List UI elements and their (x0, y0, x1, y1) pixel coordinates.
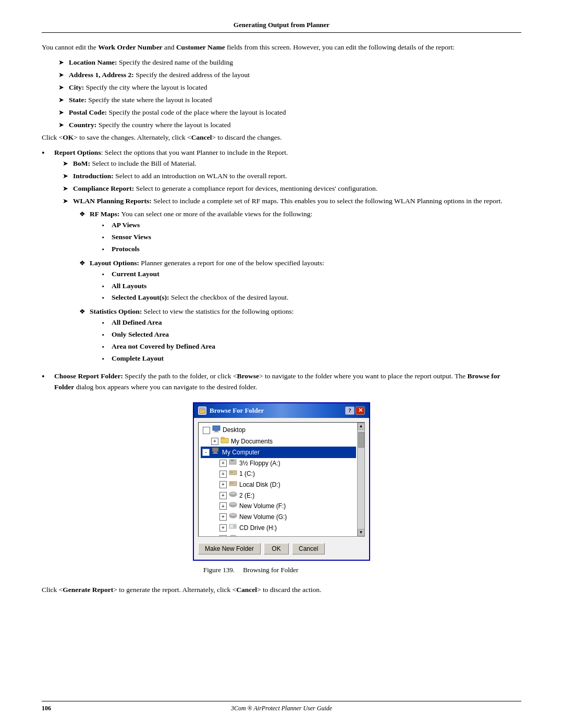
svg-rect-15 (230, 483, 233, 484)
list-item-complete-layout: ▪Complete Layout (102, 353, 293, 364)
expander-icon[interactable]: + (219, 502, 227, 510)
expander-icon[interactable]: + (219, 535, 227, 536)
arrow-icon: ➤ (58, 57, 69, 68)
tree-item-e[interactable]: + 2 (E:) (201, 490, 356, 501)
header-title: Generating Output from Planner (234, 21, 329, 29)
list-item: ➤Country: Specify the country where the … (58, 120, 521, 131)
tree-item-label: New Volume (G:) (239, 512, 287, 522)
list-item: ➤Postal Code: Specify the postal code of… (58, 107, 521, 118)
expander-icon[interactable]: - (202, 449, 210, 456)
square-icon: ▪ (102, 281, 112, 292)
ok-button[interactable]: OK (264, 543, 289, 554)
rf-maps-sublist: ▪AP Views ▪Sensor Views ▪Protocols (90, 220, 312, 255)
svg-rect-11 (231, 460, 234, 461)
square-icon: ▪ (102, 232, 112, 243)
svg-rect-2 (213, 426, 220, 430)
scroll-down-arrow[interactable]: ▼ (358, 529, 365, 536)
expander-icon[interactable]: + (219, 492, 227, 499)
tree-item-g[interactable]: + New Volume (G:) (201, 512, 356, 523)
list-item: ▪Protocols (102, 244, 312, 255)
list-item: ➤Introduction: Select to add an introduc… (63, 171, 503, 182)
list-item: ➤Address 1, Address 2: Specify the desir… (58, 70, 521, 81)
tree-item-h[interactable]: + CD Drive (H:) (201, 522, 356, 534)
titlebar-buttons: ? ✕ (345, 406, 365, 415)
browse-for-folder-dialog: Browse For Folder ? ✕ (193, 402, 370, 561)
tree-item-floppy[interactable]: + 3½ Floppy (A:) (201, 458, 356, 469)
list-item: ➤Location Name: Specify the desired name… (58, 57, 521, 68)
make-new-folder-button[interactable]: Make New Folder (198, 543, 261, 554)
arrow-icon: ➤ (63, 158, 73, 169)
tree-item-label: CD Drive (H:) (239, 523, 277, 533)
arrow-icon: ➤ (58, 107, 69, 118)
tree-item-local-disk-d[interactable]: + Local Disk (D:) (201, 479, 356, 490)
report-options-sublist: ➤BoM: Select to include the Bill of Mate… (54, 158, 503, 207)
arrow-icon: ➤ (63, 183, 73, 194)
svg-point-23 (234, 525, 236, 528)
svg-point-19 (229, 502, 237, 505)
drive-d-icon (229, 480, 237, 490)
titlebar-left: Browse For Folder (198, 405, 264, 416)
svg-rect-6 (221, 437, 224, 439)
tree-item-my-documents[interactable]: + My Documents (201, 436, 356, 447)
square-icon: ▪ (102, 244, 112, 255)
dialog-footer: Make New Folder OK Cancel (198, 541, 365, 556)
list-item-rf-maps: ❖ RF Maps: You can select one or more of… (79, 209, 503, 256)
expander-icon[interactable]: + (219, 471, 227, 478)
folder-scroll[interactable]: Desktop + My Documents - (199, 423, 364, 536)
folder-tree-area: Desktop + My Documents - (198, 422, 365, 537)
dialog-body: Desktop + My Documents - (194, 418, 369, 560)
scrollbar[interactable]: ▲ ▼ (357, 423, 364, 536)
tree-item-c[interactable]: + 1 (C:) (201, 468, 356, 479)
expander-icon[interactable]: + (219, 513, 227, 521)
tree-item-desktop[interactable]: Desktop (201, 425, 356, 436)
drive-c-icon (229, 469, 237, 479)
list-item-area-not-covered: ▪Area not Covered by Defined Area (102, 341, 293, 352)
main-content: You cannot edit the Work Order Number an… (42, 42, 521, 596)
expander-icon[interactable]: + (219, 460, 227, 467)
square-icon: ▪ (102, 292, 112, 303)
diamond-icon: ❖ (79, 306, 90, 366)
close-button[interactable]: ✕ (356, 406, 365, 415)
list-item-report-options: • Report Options: Select the options tha… (42, 147, 521, 368)
tree-item-label: 3½ Floppy (A:) (239, 459, 280, 468)
list-item: ➤State: Specify the state where the layo… (58, 95, 521, 106)
my-documents-icon (221, 437, 229, 447)
expander-icon[interactable]: + (219, 481, 227, 488)
diamond-list: ❖ RF Maps: You can select one or more of… (54, 209, 503, 366)
tree-item-my-computer[interactable]: - My Computer (201, 447, 356, 458)
customer-name-bold: Customer Name (176, 43, 225, 51)
svg-rect-8 (214, 452, 217, 453)
scroll-up-arrow[interactable]: ▲ (358, 423, 365, 430)
svg-rect-9 (213, 453, 218, 454)
svg-point-17 (229, 492, 237, 495)
tree-item-f[interactable]: + New Volume (F:) (201, 501, 356, 512)
square-icon: ▪ (102, 269, 112, 280)
help-button[interactable]: ? (345, 406, 354, 415)
figure-container: Browse For Folder ? ✕ (193, 402, 370, 575)
expander-icon (203, 427, 210, 434)
bullet-icon: • (42, 371, 54, 393)
diamond-icon: ❖ (79, 209, 90, 256)
tree-item-i[interactable]: + 3 (I:) (201, 534, 356, 536)
svg-point-25 (229, 535, 237, 536)
dialog-title-text: Browse For Folder (210, 405, 264, 416)
scroll-thumb[interactable] (358, 432, 364, 448)
details-list: ➤Location Name: Specify the desired name… (42, 57, 521, 131)
statistics-sublist: ▪All Defined Area ▪Only Selected Area ▪A… (90, 317, 293, 364)
figure-number: Figure 139. (203, 566, 235, 574)
dialog-title-icon (198, 406, 206, 415)
list-item: ➤Compliance Report: Select to generate a… (63, 183, 503, 194)
arrow-icon: ➤ (63, 196, 73, 207)
list-item: ▪Sensor Views (102, 232, 312, 243)
work-order-bold: Work Order Number (98, 43, 163, 51)
drive-e-icon (229, 491, 237, 501)
expander-icon[interactable]: + (211, 438, 218, 445)
tree-item-label: Desktop (223, 425, 246, 435)
expander-icon[interactable]: + (219, 524, 227, 532)
square-icon: ▪ (102, 317, 112, 328)
outer-bullet-list: • Report Options: Select the options tha… (42, 147, 521, 392)
tree-item-label: Local Disk (D:) (239, 480, 280, 490)
click-ok-text: Click <OK> to save the changes. Alternat… (42, 132, 521, 143)
diamond-icon: ❖ (79, 258, 90, 305)
cancel-button[interactable]: Cancel (292, 543, 325, 554)
